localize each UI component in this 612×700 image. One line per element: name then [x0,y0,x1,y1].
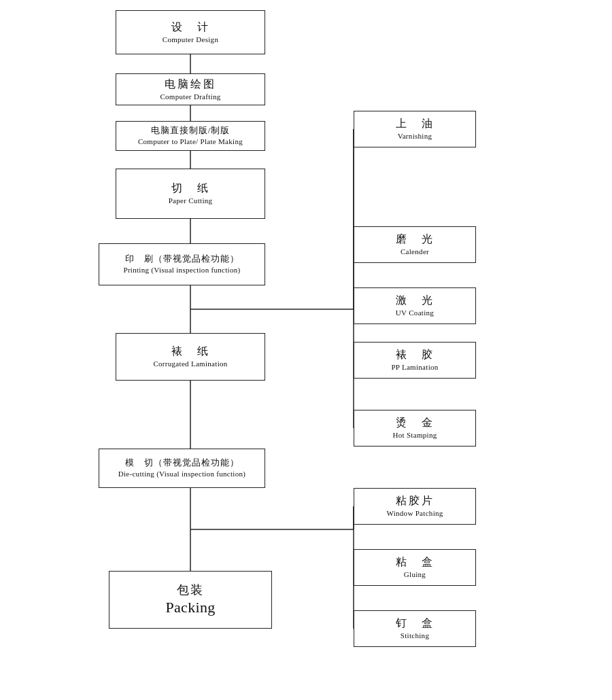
node-pp-lamination: 裱 胶 PP Lamination [354,342,476,379]
node-computer-drafting: 电脑绘图 Computer Drafting [116,73,265,105]
node-corrugated: 裱 纸 Corrugated Lamination [116,333,265,381]
node-plate-making: 电脑直接制版/制版 Computer to Plate/ Plate Makin… [116,121,265,151]
node-printing: 印 刷（带视觉品检功能） Printing (Visual inspection… [99,243,265,285]
node-calender: 磨 光 Calender [354,226,476,263]
node-uv-coating: 激 光 UV Coating [354,287,476,324]
node-window-patching: 粘胶片 Window Patching [354,488,476,525]
node-die-cutting: 模 切（带视觉品检功能） Die-cutting (Visual inspect… [99,449,265,488]
flowchart-diagram: 设 计 Computer Design 电脑绘图 Computer Drafti… [0,0,612,700]
connector-lines [0,0,612,700]
node-paper-cutting: 切 纸 Paper Cutting [116,169,265,219]
node-packing: 包装 Packing [109,571,272,629]
node-stitching: 钉 盒 Stitching [354,610,476,647]
node-computer-design: 设 计 Computer Design [116,10,265,54]
node-hot-stamping: 烫 金 Hot Stamping [354,410,476,447]
node-varnishing: 上 油 Varnishing [354,111,476,147]
node-gluing: 粘 盒 Gluing [354,549,476,586]
